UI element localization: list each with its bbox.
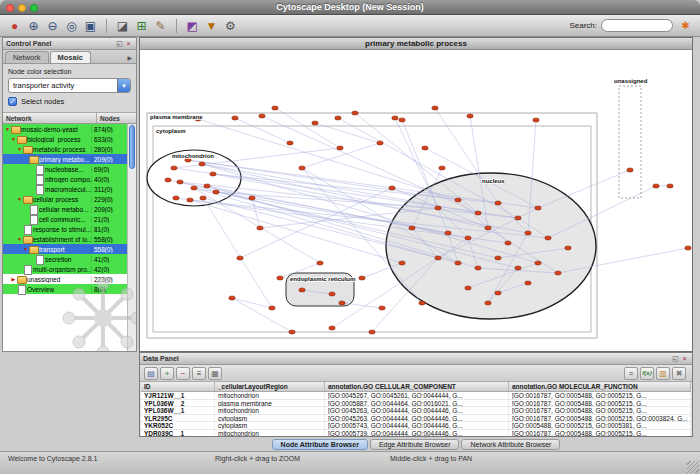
tree-row-label: nitrogen compo... bbox=[45, 176, 91, 183]
tree-row[interactable]: ▼transport558(0) bbox=[3, 244, 127, 254]
tree-row[interactable]: secretion41(0) bbox=[3, 254, 127, 264]
float-panel-icon[interactable]: ◱ bbox=[115, 40, 124, 48]
table-row[interactable]: YPL036W__1mitochondrion[GO:0045263, GO:0… bbox=[141, 407, 691, 415]
zoom-fit-icon[interactable]: ▣ bbox=[82, 17, 99, 34]
zoom-in-icon[interactable]: ⊕ bbox=[25, 17, 42, 34]
data-panel-titlebar[interactable]: Data Panel ◱ × bbox=[140, 353, 692, 365]
import-attributes-icon[interactable]: ▥ bbox=[656, 367, 670, 380]
node-color-dropdown[interactable]: transporter activity ▼ bbox=[8, 78, 131, 93]
expand-toggle-icon[interactable]: ▼ bbox=[22, 246, 29, 252]
tree-row[interactable]: macromolecul...311(0) bbox=[3, 184, 127, 194]
create-attribute-icon[interactable]: + bbox=[160, 367, 174, 380]
tab-scroll-right-icon[interactable]: ▶ bbox=[127, 54, 134, 63]
function-builder-icon[interactable]: f(x) bbox=[640, 367, 654, 380]
table-cell: [GO:0005743, GO:0044444, GO:0044446, G..… bbox=[325, 422, 509, 429]
table-row[interactable]: YPL036W__2plasma membrane[GO:0005887, GO… bbox=[141, 400, 691, 408]
control-panel-titlebar[interactable]: Control Panel ◱ × bbox=[3, 38, 136, 50]
select-nodes-checkbox[interactable]: ✓ Select nodes bbox=[8, 97, 131, 106]
tree-row[interactable]: ▼cellular process229(0) bbox=[3, 194, 127, 204]
tree-scrollbar-thumb[interactable] bbox=[129, 125, 135, 169]
checkbox-checked-icon: ✓ bbox=[8, 97, 17, 106]
annotation-icon[interactable]: ✎ bbox=[152, 17, 169, 34]
float-panel-icon[interactable]: ◱ bbox=[671, 355, 680, 363]
column-header[interactable]: annotation.GO MOLECULAR_FUNCTION bbox=[509, 382, 691, 391]
folder-icon bbox=[23, 235, 33, 243]
window-titlebar[interactable]: Cytoscape Desktop (New Session) bbox=[0, 0, 700, 15]
expand-toggle-icon[interactable]: ▼ bbox=[16, 196, 23, 202]
table-cell: [GO:0016787, GO:0005488, GO:0005215, G..… bbox=[509, 430, 691, 437]
window-title: Cytoscape Desktop (New Session) bbox=[0, 0, 700, 15]
tree-header-network[interactable]: Network bbox=[3, 113, 97, 123]
tree-row[interactable]: response to stimul...81(0) bbox=[3, 224, 127, 234]
column-header[interactable]: ID bbox=[141, 382, 215, 391]
expand-toggle-icon[interactable]: ▼ bbox=[16, 236, 23, 242]
tree-row-label: transport bbox=[39, 246, 91, 253]
table-row[interactable]: YKR052Ccytoplasm[GO:0005743, GO:0044444,… bbox=[141, 422, 691, 430]
tree-row[interactable]: nucleobase...69(0) bbox=[3, 164, 127, 174]
tree-row-label: nucleobase... bbox=[45, 166, 91, 173]
tree-header-nodes[interactable]: Nodes bbox=[97, 113, 136, 123]
tab-node-attribute-browser[interactable]: Node Attribute Browser bbox=[272, 439, 368, 450]
tab-network-attribute-browser[interactable]: Network Attribute Browser bbox=[461, 439, 560, 450]
tree-row[interactable]: ▼mosaic-demo-yeast874(0) bbox=[3, 124, 127, 134]
leaf-icon bbox=[29, 205, 39, 213]
hide-selected-icon[interactable]: ◪ bbox=[114, 17, 131, 34]
close-panel-icon[interactable]: × bbox=[680, 355, 689, 362]
chevron-down-icon: ▼ bbox=[117, 79, 130, 92]
tree-row-count: 69(0) bbox=[91, 166, 127, 173]
leaf-icon bbox=[23, 265, 33, 273]
tree-row[interactable]: cell communic...21(0) bbox=[3, 214, 127, 224]
tree-row[interactable]: ▼establishment of lo...558(0) bbox=[3, 234, 127, 244]
tree-row-count: 311(0) bbox=[91, 186, 127, 193]
search-config-icon[interactable]: ✱ bbox=[677, 17, 694, 34]
new-network-from-selection-icon[interactable]: ⊞ bbox=[133, 17, 150, 34]
tree-row-count: 558(0) bbox=[91, 236, 127, 243]
window-close-button[interactable] bbox=[6, 4, 14, 12]
window-zoom-button[interactable] bbox=[30, 4, 38, 12]
network-canvas[interactable]: plasma membranecytoplasmendoplasmic reti… bbox=[140, 50, 692, 351]
table-row[interactable]: YJR121W__1mitochondrion[GO:0045267, GO:0… bbox=[141, 392, 691, 400]
status-zoom-hint: Right-click + drag to ZOOM bbox=[215, 455, 300, 462]
clear-table-icon[interactable]: ▦ bbox=[208, 367, 222, 380]
tab-network[interactable]: Network bbox=[5, 51, 49, 63]
tree-row[interactable]: nitrogen compo...40(0) bbox=[3, 174, 127, 184]
expand-toggle-icon[interactable]: ▶ bbox=[10, 276, 17, 282]
network-view-titlebar[interactable]: primary metabolic process bbox=[140, 38, 692, 50]
plugins-icon[interactable]: ⚙ bbox=[222, 17, 239, 34]
filters-icon[interactable]: ▼ bbox=[203, 17, 220, 34]
expand-toggle-icon[interactable]: ▼ bbox=[4, 126, 11, 132]
table-cell: [GO:0016787, GO:0005488, GO:0005215, GO:… bbox=[509, 415, 691, 422]
vizmapper-icon[interactable]: ◩ bbox=[184, 17, 201, 34]
search-input[interactable] bbox=[601, 19, 673, 32]
zoom-selected-icon[interactable]: ◎ bbox=[63, 17, 80, 34]
delete-rows-icon[interactable]: ✖ bbox=[672, 367, 686, 380]
table-row[interactable]: YDR039C__1mitochondrion[GO:0005739, GO:0… bbox=[141, 430, 691, 437]
column-header[interactable]: _cellularLayoutRegion bbox=[215, 382, 325, 391]
expand-toggle-icon[interactable]: ▼ bbox=[16, 146, 23, 152]
status-bar: Welcome to Cytoscape 2.8.1 Right-click +… bbox=[0, 451, 700, 474]
equation-builder-icon[interactable]: = bbox=[624, 367, 638, 380]
tree-header: Network Nodes bbox=[3, 113, 136, 124]
tree-row[interactable]: ▼biological_process633(0) bbox=[3, 134, 127, 144]
destroy-network-icon[interactable]: ● bbox=[6, 17, 23, 34]
column-header[interactable]: annotation.GO CELLULAR_COMPONENT bbox=[325, 382, 509, 391]
table-row[interactable]: YLR295Ccytoplasm[GO:0045263, GO:0044444,… bbox=[141, 415, 691, 423]
tree-row-count: 42(0) bbox=[91, 266, 127, 273]
zoom-out-icon[interactable]: ⊖ bbox=[44, 17, 61, 34]
attribute-list-icon[interactable]: ≡ bbox=[192, 367, 206, 380]
tree-row[interactable]: ▼metabolic process280(0) bbox=[3, 144, 127, 154]
window-minimize-button[interactable] bbox=[18, 4, 26, 12]
dp-toolbar-right: =f(x)▥✖ bbox=[624, 367, 688, 380]
close-panel-icon[interactable]: × bbox=[124, 40, 133, 47]
resize-grip[interactable] bbox=[687, 461, 699, 473]
tree-row[interactable]: primary metabo...209(0) bbox=[3, 154, 127, 164]
tree-row[interactable]: multi-organism pro...42(0) bbox=[3, 264, 127, 274]
tab-edge-attribute-browser[interactable]: Edge Attribute Browser bbox=[370, 439, 460, 450]
delete-attribute-icon[interactable]: − bbox=[176, 367, 190, 380]
select-attributes-icon[interactable]: ▤ bbox=[144, 367, 158, 380]
tree-row[interactable]: cellular metabo...209(0) bbox=[3, 204, 127, 214]
leaf-icon bbox=[35, 165, 45, 173]
tree-row-count: 209(0) bbox=[91, 206, 127, 213]
expand-toggle-icon[interactable]: ▼ bbox=[10, 136, 17, 142]
tab-mosaic[interactable]: Mosaic bbox=[50, 51, 91, 63]
